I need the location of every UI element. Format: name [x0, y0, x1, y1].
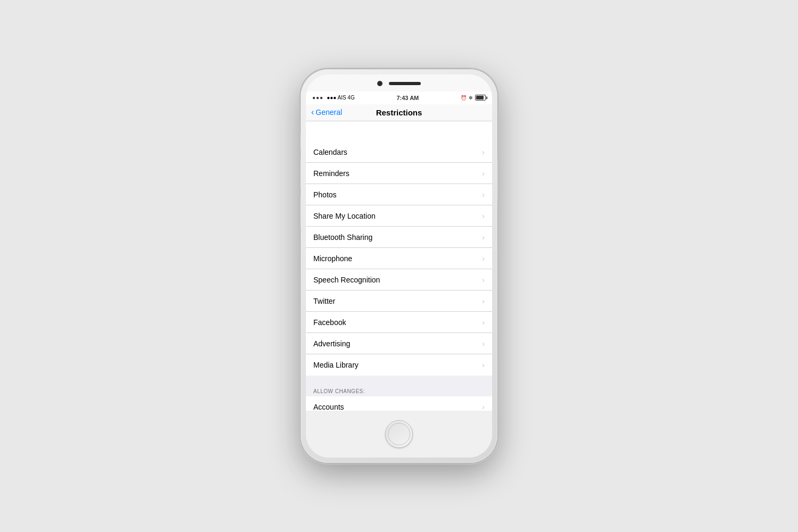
- bluetooth-icon: ✲: [469, 95, 473, 101]
- list-item[interactable]: Calendars ›: [306, 142, 492, 163]
- mute-button[interactable]: [298, 133, 301, 150]
- item-label: Speech Recognition: [313, 276, 380, 284]
- phone-frame: ●●● ●●● AIS 4G 7:43 AM ⏰ ✲ ‹ General: [301, 69, 497, 463]
- item-label: Accounts: [313, 403, 344, 411]
- signal-dots: ●●●: [312, 95, 323, 101]
- chevron-right-icon: ›: [482, 169, 485, 178]
- home-button-area: [306, 411, 492, 458]
- chevron-right-icon: ›: [482, 190, 485, 199]
- list-item-accounts[interactable]: Accounts ›: [306, 396, 492, 411]
- chevron-right-icon: ›: [482, 361, 485, 369]
- list-item-twitter[interactable]: Twitter ›: [306, 290, 492, 312]
- item-label: Share My Location: [313, 212, 376, 220]
- navigation-bar: ‹ General Restrictions: [306, 104, 492, 121]
- list-item-microphone[interactable]: Microphone ›: [306, 248, 492, 269]
- item-label: Facebook: [313, 318, 346, 327]
- alarm-icon: ⏰: [461, 95, 467, 101]
- list-item-facebook[interactable]: Facebook ›: [306, 312, 492, 333]
- home-button[interactable]: [385, 420, 413, 448]
- back-button[interactable]: ‹ General: [311, 107, 342, 117]
- chevron-right-icon: ›: [482, 276, 485, 284]
- chevron-right-icon: ›: [482, 297, 485, 305]
- allow-changes-header: ALLOW CHANGES:: [306, 385, 492, 396]
- privacy-section: Calendars › Reminders › Photos › Share M…: [306, 142, 492, 376]
- back-label[interactable]: General: [315, 108, 342, 117]
- chevron-right-icon: ›: [482, 212, 485, 220]
- battery-fill: [476, 96, 484, 99]
- back-chevron-icon: ‹: [311, 107, 314, 117]
- list-item-bluetooth-sharing[interactable]: Bluetooth Sharing ›: [306, 227, 492, 248]
- list-item[interactable]: Photos ›: [306, 184, 492, 205]
- allow-changes-section: Accounts › Cellular Data Use › Backgroun…: [306, 396, 492, 411]
- item-label: Calendars: [313, 148, 347, 156]
- item-label: Reminders: [313, 169, 350, 178]
- clock: 7:43 AM: [396, 95, 419, 101]
- volume-up-button[interactable]: [298, 159, 301, 189]
- phone-screen: ●●● ●●● AIS 4G 7:43 AM ⏰ ✲ ‹ General: [306, 74, 492, 458]
- status-left: ●●● ●●● AIS 4G: [312, 95, 355, 101]
- home-button-ring: [388, 423, 410, 445]
- battery-indicator: [475, 95, 486, 101]
- chevron-right-icon: ›: [482, 148, 485, 156]
- chevron-right-icon: ›: [482, 254, 485, 263]
- chevron-right-icon: ›: [482, 339, 485, 348]
- earpiece-speaker: [389, 82, 421, 85]
- item-label: Photos: [313, 190, 337, 199]
- status-right: ⏰ ✲: [461, 95, 486, 101]
- status-bar: ●●● ●●● AIS 4G 7:43 AM ⏰ ✲: [306, 92, 492, 104]
- list-item-advertising[interactable]: Advertising ›: [306, 333, 492, 354]
- section-spacer: [306, 376, 492, 385]
- phone-top-decoration: ●●● ●●● AIS 4G 7:43 AM ⏰ ✲ ‹ General: [306, 74, 492, 121]
- item-label: Twitter: [313, 297, 335, 305]
- chevron-right-icon: ›: [482, 318, 485, 327]
- chevron-right-icon: ›: [482, 233, 485, 242]
- camera-area: [377, 81, 421, 86]
- list-item-share-my-location[interactable]: Share My Location ›: [306, 205, 492, 227]
- power-button[interactable]: [497, 159, 500, 201]
- item-label: Advertising: [313, 339, 350, 348]
- item-label: Bluetooth Sharing: [313, 233, 372, 242]
- item-label: Media Library: [313, 361, 359, 369]
- carrier-label: ●●● AIS 4G: [327, 95, 355, 101]
- volume-down-button[interactable]: [298, 196, 301, 227]
- list-item-speech-recognition[interactable]: Speech Recognition ›: [306, 269, 492, 290]
- page-title: Restrictions: [376, 108, 422, 117]
- item-label: Microphone: [313, 254, 352, 263]
- front-camera: [377, 81, 383, 86]
- screen-content: Calendars › Reminders › Photos › Share M…: [306, 142, 492, 411]
- list-item[interactable]: Reminders ›: [306, 163, 492, 184]
- chevron-right-icon: ›: [482, 403, 485, 411]
- list-item-media-library[interactable]: Media Library ›: [306, 354, 492, 376]
